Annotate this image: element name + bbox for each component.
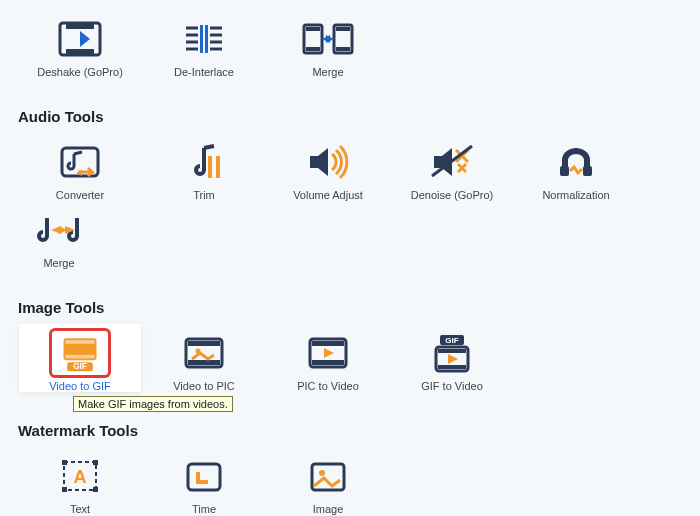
tool-audio-merge[interactable]: Merge: [19, 201, 99, 269]
tool-video-merge[interactable]: Merge: [267, 10, 389, 78]
tool-image-watermark[interactable]: Image: [267, 447, 389, 515]
tool-text-watermark[interactable]: Text: [19, 447, 141, 515]
time-watermark-icon: [164, 453, 244, 499]
tool-label: GIF to Video: [421, 380, 483, 392]
tool-denoise[interactable]: Denoise (GoPro): [391, 133, 513, 201]
gif-to-video-icon: [412, 330, 492, 376]
tool-label: Text: [70, 503, 90, 515]
tool-video-to-gif[interactable]: Video to GIF Make GIF images from videos…: [19, 324, 141, 392]
tool-label: Denoise (GoPro): [411, 189, 494, 201]
text-watermark-icon: [40, 453, 120, 499]
deinterlace-icon: [164, 16, 244, 62]
audio-converter-icon: [40, 139, 120, 185]
tool-time-watermark[interactable]: Time: [143, 447, 265, 515]
pic-to-video-icon: [288, 330, 368, 376]
normalization-icon: [536, 139, 616, 185]
tool-label: Converter: [56, 189, 104, 201]
deshake-icon: [40, 16, 120, 62]
audio-tools-title: Audio Tools: [18, 108, 682, 125]
tool-gif-to-video[interactable]: GIF to Video: [391, 324, 513, 392]
tool-label: Trim: [193, 189, 215, 201]
audio-merge-icon: [19, 207, 99, 253]
audio-tools-row: Converter Trim Volume Adjust Denoise (Go…: [18, 133, 682, 269]
tool-pic-to-video[interactable]: PIC to Video: [267, 324, 389, 392]
image-tools-title: Image Tools: [18, 299, 682, 316]
image-tools-row: Video to GIF Make GIF images from videos…: [18, 324, 682, 392]
top-row-section: Deshake (GoPro) De-Interlace Merge: [0, 0, 700, 84]
top-row: Deshake (GoPro) De-Interlace Merge: [18, 10, 682, 78]
audio-tools-section: Audio Tools Converter Trim Volume Adjust…: [0, 84, 700, 275]
tool-label: Video to GIF: [49, 380, 111, 392]
video-to-gif-icon: [40, 330, 120, 376]
tool-label: Merge: [43, 257, 74, 269]
tool-audio-converter[interactable]: Converter: [19, 133, 141, 201]
watermark-tools-section: Watermark Tools Text Time Image: [0, 398, 700, 516]
tool-deinterlace[interactable]: De-Interlace: [143, 10, 265, 78]
tool-audio-trim[interactable]: Trim: [143, 133, 265, 201]
tool-label: Normalization: [542, 189, 609, 201]
tool-volume-adjust[interactable]: Volume Adjust: [267, 133, 389, 201]
image-tools-section: Image Tools Video to GIF Make GIF images…: [0, 275, 700, 398]
image-watermark-icon: [288, 453, 368, 499]
tool-label: Merge: [312, 66, 343, 78]
tool-normalization[interactable]: Normalization: [515, 133, 637, 201]
tool-deshake[interactable]: Deshake (GoPro): [19, 10, 141, 78]
tool-label: Time: [192, 503, 216, 515]
audio-trim-icon: [164, 139, 244, 185]
volume-adjust-icon: [288, 139, 368, 185]
video-to-pic-icon: [164, 330, 244, 376]
tool-label: Video to PIC: [173, 380, 235, 392]
tool-label: Deshake (GoPro): [37, 66, 123, 78]
denoise-icon: [412, 139, 492, 185]
tool-label: De-Interlace: [174, 66, 234, 78]
tool-video-to-pic[interactable]: Video to PIC: [143, 324, 265, 392]
watermark-tools-title: Watermark Tools: [18, 422, 682, 439]
tool-label: Image: [313, 503, 344, 515]
video-merge-icon: [288, 16, 368, 62]
tooltip: Make GIF images from videos.: [73, 396, 233, 412]
tool-label: Volume Adjust: [293, 189, 363, 201]
tool-label: PIC to Video: [297, 380, 359, 392]
watermark-tools-row: Text Time Image: [18, 447, 682, 515]
